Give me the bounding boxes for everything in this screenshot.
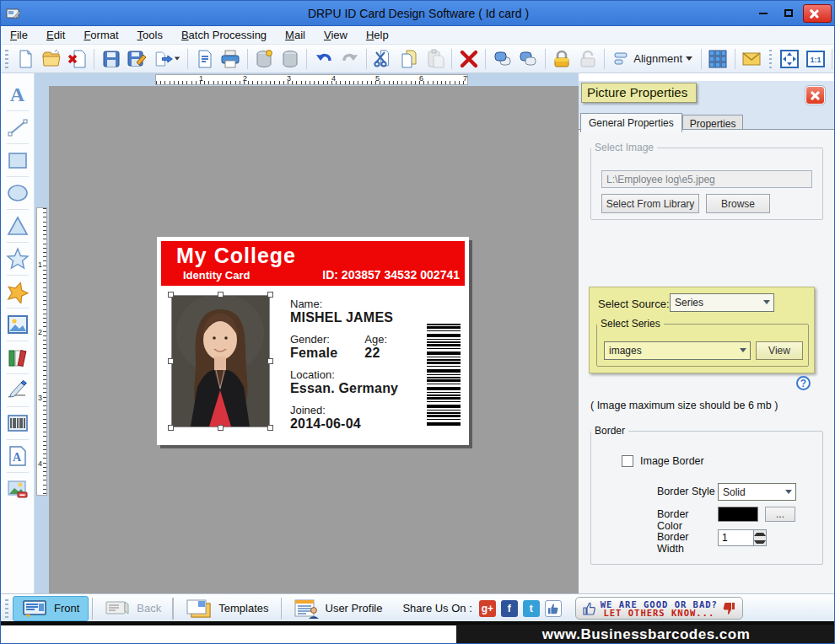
border-style-dropdown[interactable]: Solid xyxy=(718,483,796,501)
send-to-back-button[interactable] xyxy=(516,47,541,71)
selection-handle[interactable] xyxy=(267,358,273,364)
custom-shape-tool[interactable] xyxy=(3,277,32,306)
chevron-down-icon xyxy=(785,490,792,494)
lock-button[interactable] xyxy=(550,47,574,71)
ruler-number: 5 xyxy=(375,74,380,83)
user-profile-button[interactable]: User Profile xyxy=(285,596,391,621)
bring-to-front-button[interactable] xyxy=(490,47,514,71)
field-gender[interactable]: Gender: Female xyxy=(290,333,337,361)
maximize-button[interactable] xyxy=(778,5,800,22)
grid-button[interactable] xyxy=(706,47,730,71)
paste-button[interactable] xyxy=(423,47,448,71)
copy-button[interactable] xyxy=(397,47,422,71)
thumbs-up-icon[interactable] xyxy=(545,600,562,617)
database-button[interactable] xyxy=(278,47,303,71)
menu-tools[interactable]: Tools xyxy=(128,27,172,43)
zoom-actual-button[interactable]: 1:1 xyxy=(803,47,827,71)
image-border-checkbox[interactable] xyxy=(622,455,633,467)
library-tool[interactable] xyxy=(3,343,32,372)
field-name[interactable]: Name: MISHEL JAMES xyxy=(290,298,417,325)
card-barcode[interactable] xyxy=(427,324,461,427)
menu-view[interactable]: View xyxy=(315,27,357,43)
border-width-spinner[interactable]: 1 xyxy=(718,529,767,546)
image-path-field[interactable]: L:\Employee log\e5.jpeg xyxy=(601,170,812,188)
feedback-button[interactable]: WE ARE GOOD OR BAD? LET OTHERS KNOW... xyxy=(575,597,743,620)
text-tool[interactable]: A xyxy=(3,80,32,109)
selection-handle[interactable] xyxy=(218,292,224,298)
card-title[interactable]: My College xyxy=(176,244,296,268)
back-button[interactable]: Back xyxy=(96,596,170,621)
image-placeholder-tool[interactable] xyxy=(3,475,32,503)
database-new-button[interactable] xyxy=(252,47,277,71)
star-tool[interactable] xyxy=(3,244,32,273)
image-tool[interactable] xyxy=(3,310,32,339)
menu-edit[interactable]: Edit xyxy=(37,27,74,43)
front-button[interactable]: Front xyxy=(13,596,89,621)
facebook-icon[interactable]: f xyxy=(501,600,518,617)
select-image-group: Select Image L:\Employee log\e5.jpeg Sel… xyxy=(590,142,823,220)
border-color-picker-button[interactable]: ... xyxy=(765,507,795,522)
id-card[interactable]: My College Identity Card ID: 203857 3453… xyxy=(157,237,469,445)
mail-button[interactable] xyxy=(740,47,764,71)
border-color-swatch[interactable] xyxy=(718,507,758,522)
save-edit-button[interactable] xyxy=(125,47,149,71)
open-button[interactable] xyxy=(40,47,64,71)
redo-button[interactable] xyxy=(337,47,362,71)
view-button[interactable]: View xyxy=(756,341,803,360)
selection-handle[interactable] xyxy=(168,425,174,431)
alignment-button[interactable]: Alignment xyxy=(608,47,698,71)
field-location[interactable]: Location: Essan. Germany xyxy=(290,368,417,396)
preview-button[interactable] xyxy=(192,47,217,71)
ellipse-tool[interactable] xyxy=(3,179,32,207)
card-subtitle[interactable]: Identity Card xyxy=(183,269,250,282)
card-id-number[interactable]: ID: 203857 34532 002741 xyxy=(322,268,460,282)
browse-button[interactable]: Browse xyxy=(706,194,770,213)
selection-handle[interactable] xyxy=(168,358,174,364)
panel-close-button[interactable] xyxy=(805,86,825,105)
menu-format[interactable]: Format xyxy=(74,27,127,43)
chevron-down-icon xyxy=(740,348,746,352)
unlock-button[interactable] xyxy=(576,47,601,71)
selection-handle[interactable] xyxy=(168,292,174,298)
menu-file[interactable]: File xyxy=(1,27,37,43)
minimize-button[interactable] xyxy=(752,5,774,22)
selection-handle[interactable] xyxy=(267,425,273,431)
cut-button[interactable] xyxy=(371,47,396,71)
line-tool[interactable] xyxy=(3,113,32,142)
menu-mail[interactable]: Mail xyxy=(276,27,315,43)
undo-button[interactable] xyxy=(311,47,336,71)
card-photo[interactable] xyxy=(172,296,269,427)
selection-handle[interactable] xyxy=(267,292,273,298)
menu-help[interactable]: Help xyxy=(357,27,398,43)
spinner-up-button[interactable] xyxy=(754,530,766,538)
selection-handle[interactable] xyxy=(218,425,224,431)
fit-to-window-button[interactable] xyxy=(777,47,801,71)
spinner-down-button[interactable] xyxy=(754,538,766,545)
field-age[interactable]: Age: 22 xyxy=(364,333,387,361)
field-joined[interactable]: Joined: 2014-06-04 xyxy=(290,404,417,432)
select-source-dropdown[interactable]: Series xyxy=(670,293,774,312)
save-button[interactable] xyxy=(99,47,123,71)
rectangle-tool[interactable] xyxy=(3,146,32,174)
triangle-tool[interactable] xyxy=(3,212,32,240)
google-plus-icon[interactable]: g+ xyxy=(479,600,496,617)
print-button[interactable] xyxy=(218,47,243,71)
signature-tool[interactable] xyxy=(3,376,32,405)
barcode-tool[interactable] xyxy=(3,409,32,437)
card-header[interactable]: My College Identity Card ID: 203857 3453… xyxy=(161,241,465,286)
twitter-icon[interactable]: t xyxy=(523,600,540,617)
portrait-image xyxy=(172,296,269,427)
help-icon[interactable]: ? xyxy=(796,376,811,390)
watermark-tool[interactable]: A xyxy=(3,442,32,470)
templates-button[interactable]: Templates xyxy=(176,596,277,621)
menu-batch-processing[interactable]: Batch Processing xyxy=(172,27,276,43)
select-from-library-button[interactable]: Select From Library xyxy=(601,194,699,213)
delete-document-button[interactable] xyxy=(65,47,89,71)
tab-general-properties[interactable]: General Properties xyxy=(580,113,682,132)
templates-icon xyxy=(185,598,212,619)
export-button[interactable] xyxy=(151,47,183,71)
series-dropdown[interactable]: images xyxy=(604,341,751,360)
new-button[interactable] xyxy=(13,47,38,71)
delete-object-button[interactable] xyxy=(456,47,481,71)
close-button[interactable] xyxy=(803,4,832,23)
